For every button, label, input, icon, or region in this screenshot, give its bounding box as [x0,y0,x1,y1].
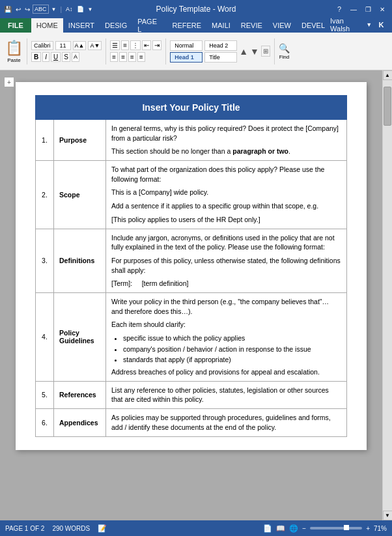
redo-icon[interactable]: ↪ [23,5,31,14]
user-avatar: K [374,18,388,32]
strikethrough-button[interactable]: S [62,52,70,62]
tab-design[interactable]: DESIG [100,18,132,33]
row-number-4: 4. [36,292,54,381]
row-content-references[interactable]: List any reference to other policies, st… [106,381,347,408]
quick-styles-2: Head 2 Title [204,40,237,63]
scope-text-4: [This policy applies to users of the HR … [111,215,341,225]
undo-icon[interactable]: ↩ [14,5,22,14]
restore-button[interactable]: ❐ [361,3,375,16]
row-content-scope[interactable]: To what part of the organization does th… [106,161,347,229]
styles-scroll-up[interactable]: ▲ [239,46,248,57]
proofing-icon[interactable]: 📝 [98,524,107,533]
font-name-field[interactable]: Calibri [31,41,53,50]
styles-scroll-down[interactable]: ▼ [250,46,259,57]
view-controls: 📄 📖 🌐 − + 71% [263,524,387,533]
user-section: Ivan Walsh ▼ K [330,17,392,33]
app-text-1: As policies may be supported through pro… [111,413,341,432]
scroll-thumb[interactable] [384,87,391,126]
normal-style[interactable]: Normal [170,40,203,51]
guide-bullets: specific issue to which the policy appli… [123,333,341,365]
policy-title-cell[interactable]: Insert Your Policy Title [36,96,347,120]
italic-button[interactable]: I [42,52,49,62]
format-icon[interactable]: A↕ [64,5,74,13]
zoom-out-button[interactable]: − [302,525,306,532]
row-label-scope: Scope [54,161,106,229]
scroll-down-button[interactable]: ▼ [383,511,393,520]
guide-text-3: Address breaches of policy and provision… [111,367,341,377]
user-dropdown[interactable]: ▼ [366,21,372,28]
spelling-icon[interactable]: ABC [33,5,49,14]
row-label-appendices: Appendices [54,409,106,436]
minimize-button[interactable]: — [346,3,361,16]
zoom-in-button[interactable]: + [366,525,370,532]
document-area: + Insert Your Policy Title 1. Purpose In… [0,70,382,520]
row-content-guidelines[interactable]: Write your policy in the third person (e… [106,292,347,381]
title-style[interactable]: Title [204,52,237,63]
paste-button[interactable]: 📋 Paste [5,40,23,63]
editing-group: 🔍 Find [279,43,290,60]
bullet-2: company's position / behavior / action i… [123,345,341,354]
tab-insert[interactable]: INSERT [63,18,100,33]
scroll-up-button[interactable]: ▲ [383,70,393,80]
row-label-definitions: Definitions [54,229,106,292]
underline-button[interactable]: U [51,52,61,62]
tab-review[interactable]: REVIE [236,18,268,33]
grow-font-button[interactable]: A▲ [73,41,87,50]
reading-view-icon[interactable]: 📖 [276,524,285,533]
zoom-slider[interactable] [310,527,362,529]
justify-button[interactable]: ≡ [137,52,145,62]
row-content-definitions[interactable]: Include any jargon, acronyms, or definit… [106,229,347,292]
tab-mailings[interactable]: MAILI [206,18,236,33]
decrease-indent-button[interactable]: ⇤ [142,40,151,50]
row-content-purpose[interactable]: In general terms, why is this policy req… [106,120,347,161]
styles-more[interactable]: ⊞ [261,46,270,57]
help-icon[interactable]: ? [337,5,341,13]
user-name[interactable]: Ivan Walsh [330,17,363,33]
zoom-slider-thumb[interactable] [344,525,349,530]
bullets-button[interactable]: ☰ [110,40,120,50]
numbering-button[interactable]: ≡ [121,40,129,50]
font-group: Calibri 11 A▲ A▼ B I U S A [31,41,102,62]
document: + Insert Your Policy Title 1. Purpose In… [16,82,367,450]
tab-view[interactable]: VIEW [268,18,296,33]
ref-text-1: List any reference to other policies, st… [111,386,341,404]
align-center-button[interactable]: ≡ [119,52,127,62]
add-content-button[interactable]: + [4,77,14,87]
scroll-track [383,80,392,511]
close-button[interactable]: ✕ [375,3,389,16]
separator-2 [105,38,106,64]
tab-references[interactable]: REFERE [167,18,206,33]
tab-page-layout[interactable]: PAGE L [132,18,167,33]
highlight-button[interactable]: A [72,52,79,62]
title-bar: 💾 ↩ ↪ ABC ▼ | A↕ 📄 ▼ Policy Template - W… [0,0,392,18]
bullet-3: standards that apply (if appropriate) [123,355,341,365]
window-title: Policy Template - Word [156,5,236,14]
dropdown-icon[interactable]: ▼ [50,6,58,13]
separator-4 [274,38,275,64]
align-left-button[interactable]: ≡ [110,52,118,62]
heading2-style[interactable]: Head 2 [204,40,237,51]
tab-developer[interactable]: DEVEL [296,18,330,33]
shrink-font-button[interactable]: A▼ [88,41,102,50]
print-layout-icon[interactable]: 📄 [263,524,272,533]
row-number-2: 2. [36,161,54,229]
def-text-2: For purposes of this policy, unless othe… [111,256,341,275]
increase-indent-button[interactable]: ⇥ [152,40,161,50]
qat-dropdown-icon[interactable]: ▼ [87,6,94,13]
row-content-appendices[interactable]: As policies may be supported through pro… [106,409,347,436]
para-row2: ≡ ≡ ≡ ≡ [110,52,161,62]
bold-button[interactable]: B [31,52,41,62]
heading1-style[interactable]: Head 1 [170,52,203,63]
separator-3 [165,38,166,64]
doc-icon[interactable]: 📄 [76,5,85,13]
web-layout-icon[interactable]: 🌐 [289,524,298,533]
row-number-6: 6. [36,409,54,436]
tab-home[interactable]: HOME [31,18,63,33]
align-right-button[interactable]: ≡ [128,52,136,62]
row-number-5: 5. [36,381,54,408]
multilevel-button[interactable]: ⋮ [130,40,141,50]
find-icon[interactable]: 🔍 [279,43,290,53]
tab-file[interactable]: FILE [0,18,31,33]
save-icon[interactable]: 💾 [3,5,13,14]
font-size-field[interactable]: 11 [55,41,71,50]
